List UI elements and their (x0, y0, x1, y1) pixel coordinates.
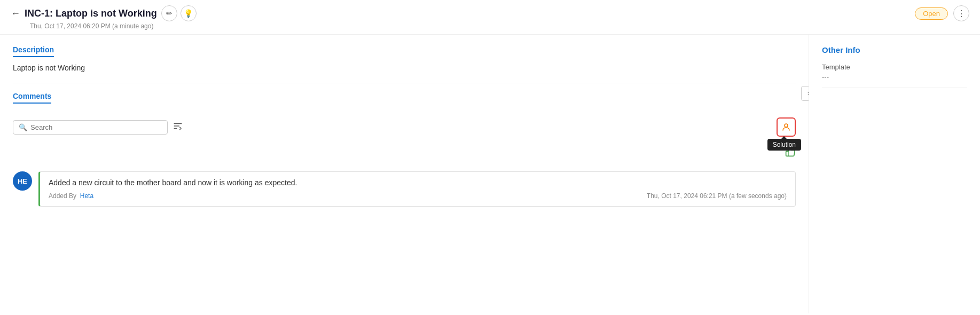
comments-section: Comments 🔍 (13, 92, 796, 214)
chevron-right-icon: › (807, 90, 809, 97)
solution-tooltip: Solution (767, 139, 801, 151)
description-text: Laptop is not Working (13, 64, 796, 72)
more-options-button[interactable]: ⋮ (953, 5, 969, 21)
comment-body: Added a new circuit to the mother board … (38, 171, 796, 207)
back-icon: ← (11, 8, 20, 19)
comments-header: Comments (13, 92, 796, 110)
sort-icon (173, 123, 183, 132)
bulb-button[interactable]: 💡 (181, 5, 197, 21)
more-icon: ⋮ (957, 9, 966, 19)
comment-meta: Added By Heta Thu, Oct 17, 2024 06:21 PM… (49, 192, 787, 200)
divider (13, 83, 796, 83)
header-subtitle: Thu, Oct 17, 2024 06:20 PM (a minute ago… (30, 22, 969, 30)
solution-btn-wrapper: Solution (777, 117, 796, 137)
description-label: Description (13, 45, 54, 57)
header: ← INC-1: Laptop is not Working ✏ 💡 Open … (0, 0, 980, 35)
page-title: INC-1: Laptop is not Working (25, 8, 157, 19)
header-actions: Open ⋮ (915, 5, 969, 21)
template-label: Template (822, 63, 967, 71)
edit-button[interactable]: ✏ (161, 5, 177, 21)
search-input[interactable] (30, 123, 162, 131)
search-icon: 🔍 (19, 123, 27, 131)
comment-text: Added a new circuit to the mother board … (49, 178, 787, 187)
avatar: HE (13, 171, 32, 191)
comment-card: HE Added a new circuit to the mother boa… (13, 164, 796, 214)
comments-label: Comments (13, 92, 51, 104)
back-button[interactable]: ← (11, 8, 20, 19)
description-section: Description Laptop is not Working (13, 45, 796, 72)
main-layout: Description Laptop is not Working Commen… (0, 35, 980, 313)
edit-icon: ✏ (166, 9, 173, 18)
right-panel: Other Info Template --- (809, 35, 980, 313)
added-by: Added By Heta (49, 192, 93, 200)
author-link[interactable]: Heta (80, 192, 93, 200)
solution-button[interactable] (777, 117, 796, 137)
status-badge: Open (915, 7, 948, 20)
svg-point-3 (785, 124, 788, 127)
bulb-icon: 💡 (184, 9, 193, 18)
sort-button[interactable] (173, 121, 183, 133)
other-info-title: Other Info (822, 45, 967, 54)
template-field: Template --- (822, 63, 967, 88)
search-box: 🔍 (13, 120, 168, 135)
added-by-label: Added By (49, 192, 76, 200)
search-sort-row: 🔍 (13, 117, 796, 137)
action-buttons: Solution (777, 117, 796, 137)
thumbs-area (13, 144, 796, 160)
comment-timestamp: Thu, Oct 17, 2024 06:21 PM (a few second… (647, 192, 787, 200)
collapse-panel-button[interactable]: › (801, 86, 809, 101)
left-panel: Description Laptop is not Working Commen… (0, 35, 809, 313)
template-value: --- (822, 73, 967, 88)
